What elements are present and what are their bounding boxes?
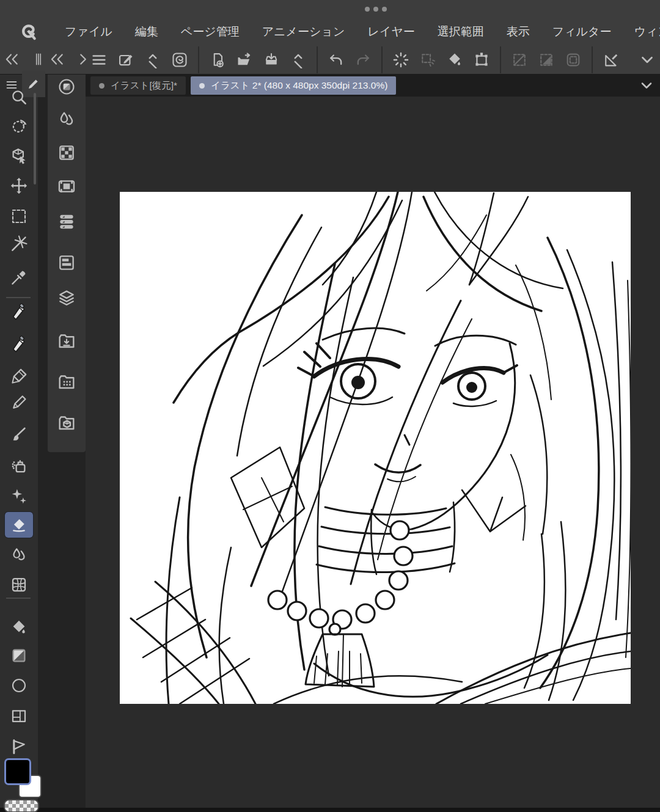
zoom-tool[interactable] bbox=[5, 84, 33, 110]
menu-items: ファイル編集ページ管理アニメーションレイヤー選択範囲表示フィルターウィンドウ bbox=[65, 20, 660, 43]
tool-property-panel-button[interactable] bbox=[57, 253, 76, 272]
auto-select-tool[interactable] bbox=[5, 231, 33, 257]
materials-3d-panel-button[interactable] bbox=[57, 413, 76, 433]
canvas-workspace bbox=[86, 97, 660, 812]
brush-tool[interactable] bbox=[5, 422, 33, 447]
command-buttons bbox=[86, 46, 660, 74]
clear-outside-button bbox=[537, 51, 556, 69]
snap-ruler-button[interactable] bbox=[602, 51, 620, 69]
ruler-tool[interactable] bbox=[5, 734, 33, 759]
undo-button[interactable] bbox=[327, 51, 345, 69]
eyedropper-tool[interactable] bbox=[5, 265, 33, 290]
layers-panel-button[interactable] bbox=[57, 288, 76, 308]
quick-access-switch[interactable] bbox=[144, 51, 162, 69]
drawing-canvas[interactable] bbox=[120, 192, 631, 704]
transform-button[interactable] bbox=[472, 51, 491, 69]
menu-bar: ファイル編集ページ管理アニメーションレイヤー選択範囲表示フィルターウィンドウ bbox=[0, 0, 660, 46]
reselect-button bbox=[419, 51, 437, 69]
toolbar-separator bbox=[198, 46, 199, 73]
clip-studio-paint-app: ファイル編集ページ管理アニメーションレイヤー選択範囲表示フィルターウィンドウ イ… bbox=[0, 0, 660, 812]
document-tab-2[interactable]: イラスト 2* (480 x 480px 350dpi 213.0%) bbox=[191, 76, 396, 95]
tab-list-button[interactable] bbox=[638, 77, 655, 94]
swatches-panel-button[interactable] bbox=[57, 143, 76, 163]
timeline-panel-button[interactable] bbox=[57, 212, 76, 232]
left-sidebar bbox=[0, 75, 86, 812]
eraser-tool[interactable] bbox=[5, 512, 33, 538]
main-menu-button[interactable] bbox=[90, 51, 108, 69]
decoration-tool[interactable] bbox=[5, 483, 33, 508]
rotate-canvas-tool[interactable] bbox=[5, 113, 33, 139]
clip-studio-button[interactable] bbox=[170, 51, 189, 69]
tool-separator bbox=[6, 598, 31, 599]
collapse-tool-panel-icon[interactable] bbox=[4, 51, 20, 67]
tab-label: イラスト 2* (480 x 480px 350dpi 213.0%) bbox=[211, 79, 387, 92]
palette-drag-handle-icon[interactable] bbox=[31, 51, 46, 67]
airbrush-tool[interactable] bbox=[5, 454, 33, 480]
blend-tool[interactable] bbox=[5, 543, 33, 568]
navigator-panel-button[interactable] bbox=[57, 77, 76, 97]
save-file-button[interactable] bbox=[262, 51, 280, 69]
transparent-color-swatch[interactable] bbox=[4, 799, 39, 812]
clip-studio-logo-icon bbox=[18, 21, 39, 42]
toolbar-separator bbox=[500, 46, 501, 73]
foreground-color-swatch[interactable] bbox=[4, 758, 31, 785]
toolbar-separator bbox=[592, 46, 593, 73]
quick-access-button[interactable] bbox=[117, 51, 135, 69]
menu-item-9[interactable]: ウィンドウ bbox=[634, 20, 660, 43]
open-file-button[interactable] bbox=[235, 51, 254, 69]
toolbar-separator bbox=[381, 46, 383, 73]
screen-edge bbox=[0, 808, 660, 812]
menu-item-8[interactable]: フィルター bbox=[552, 20, 612, 43]
fill-button[interactable] bbox=[446, 51, 464, 69]
downloads-panel-button[interactable] bbox=[57, 331, 76, 351]
operation-tool[interactable] bbox=[5, 143, 33, 169]
document-tab-1[interactable]: イラスト[復元]* bbox=[90, 76, 186, 95]
menu-item-2[interactable]: 編集 bbox=[135, 20, 158, 43]
multitask-dots-icon[interactable] bbox=[365, 7, 387, 12]
fude-pen-tool[interactable] bbox=[5, 332, 33, 357]
menu-item-5[interactable]: レイヤー bbox=[367, 20, 414, 43]
menu-item-1[interactable]: ファイル bbox=[65, 20, 112, 43]
tool-separator bbox=[6, 297, 31, 298]
materials-panel-button[interactable] bbox=[57, 372, 76, 392]
animation-cels-panel-button[interactable] bbox=[57, 177, 76, 196]
toolbar-overflow[interactable] bbox=[638, 51, 656, 69]
clear-button bbox=[510, 51, 529, 69]
figure-tool[interactable] bbox=[5, 673, 33, 698]
save-switch[interactable] bbox=[289, 51, 307, 69]
redo-button bbox=[354, 51, 372, 69]
canvas-artwork bbox=[120, 192, 631, 704]
selection-tool[interactable] bbox=[5, 203, 33, 229]
tab-modified-dot bbox=[199, 83, 205, 89]
marker-tool[interactable] bbox=[5, 364, 33, 389]
toolbar-separator bbox=[317, 46, 318, 73]
tab-modified-dot bbox=[99, 83, 105, 89]
menu-item-6[interactable]: 選択範囲 bbox=[438, 20, 484, 43]
color-mix-panel-button[interactable] bbox=[57, 110, 76, 130]
crop-button bbox=[564, 51, 582, 69]
move-layer-tool[interactable] bbox=[5, 173, 33, 199]
liquify-tool[interactable] bbox=[5, 572, 33, 598]
menu-item-4[interactable]: アニメーション bbox=[262, 20, 345, 43]
frame-border-tool[interactable] bbox=[5, 703, 33, 729]
panel-icon-strip bbox=[48, 75, 86, 452]
new-file-button[interactable] bbox=[208, 51, 227, 69]
command-bar bbox=[0, 46, 660, 75]
pencil-tool[interactable] bbox=[5, 390, 33, 415]
collapse-sub-panel-icon[interactable] bbox=[49, 51, 65, 67]
pen-tool[interactable] bbox=[5, 299, 33, 325]
deselect-button[interactable] bbox=[392, 51, 410, 69]
tool-palette bbox=[0, 75, 38, 812]
menu-item-3[interactable]: ページ管理 bbox=[181, 20, 240, 43]
tab-label: イラスト[復元]* bbox=[111, 79, 177, 92]
gradient-tool[interactable] bbox=[5, 643, 33, 668]
document-tab-bar: イラスト[復元]*イラスト 2* (480 x 480px 350dpi 213… bbox=[86, 75, 660, 97]
menu-item-7[interactable]: 表示 bbox=[507, 20, 530, 43]
fill-tool[interactable] bbox=[5, 615, 33, 640]
tool-scrollbar[interactable] bbox=[34, 93, 36, 185]
